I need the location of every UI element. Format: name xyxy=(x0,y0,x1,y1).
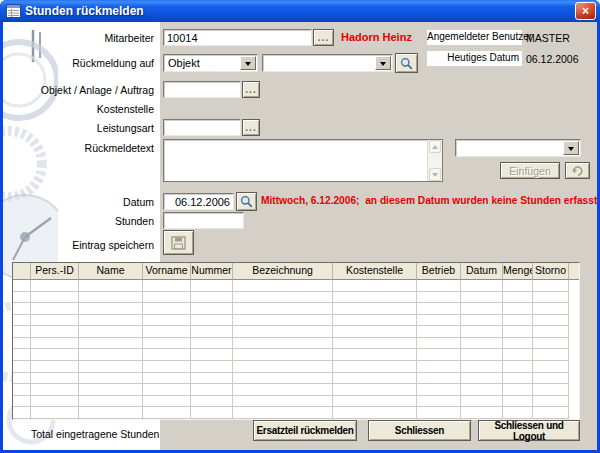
table-row[interactable] xyxy=(13,292,579,304)
table-row[interactable] xyxy=(13,407,579,419)
table-row[interactable] xyxy=(13,338,579,350)
table-cell[interactable] xyxy=(191,326,233,338)
table-cell[interactable] xyxy=(79,361,143,373)
table-cell[interactable] xyxy=(333,338,417,350)
table-cell[interactable] xyxy=(461,407,503,419)
table-cell[interactable] xyxy=(461,315,503,327)
table-cell[interactable] xyxy=(533,338,569,350)
table-cell[interactable] xyxy=(31,303,79,315)
table-cell[interactable] xyxy=(191,280,233,292)
table-cell[interactable] xyxy=(503,280,533,292)
table-cell[interactable] xyxy=(191,292,233,304)
table-cell[interactable] xyxy=(461,326,503,338)
table-cell[interactable] xyxy=(31,326,79,338)
leistungsart-input[interactable] xyxy=(163,119,241,136)
table-cell[interactable] xyxy=(143,338,191,350)
table-cell[interactable] xyxy=(233,384,333,396)
table-cell[interactable] xyxy=(461,373,503,385)
table-row[interactable] xyxy=(13,326,579,338)
datum-input[interactable] xyxy=(163,193,234,210)
save-entry-button[interactable] xyxy=(163,230,194,255)
rueckmeldetext-textarea[interactable] xyxy=(163,139,443,182)
column-header-menge[interactable]: Menge xyxy=(503,263,533,280)
chevron-down-icon[interactable] xyxy=(240,56,256,70)
table-cell[interactable] xyxy=(533,303,569,315)
table-cell[interactable] xyxy=(333,407,417,419)
table-cell[interactable] xyxy=(417,326,461,338)
table-cell[interactable] xyxy=(191,315,233,327)
table-cell[interactable] xyxy=(417,292,461,304)
table-cell[interactable] xyxy=(143,349,191,361)
table-cell[interactable] xyxy=(503,338,533,350)
table-cell[interactable] xyxy=(233,303,333,315)
table-cell[interactable] xyxy=(417,384,461,396)
table-cell[interactable] xyxy=(503,384,533,396)
table-cell[interactable] xyxy=(143,315,191,327)
row-selector-cell[interactable] xyxy=(13,280,31,292)
row-selector-cell[interactable] xyxy=(13,373,31,385)
datum-search-button[interactable] xyxy=(236,192,257,211)
table-cell[interactable] xyxy=(31,292,79,304)
column-header-vorname[interactable]: Vorname xyxy=(143,263,191,280)
table-cell[interactable] xyxy=(143,407,191,419)
table-cell[interactable] xyxy=(461,384,503,396)
table-cell[interactable] xyxy=(333,396,417,408)
table-row[interactable] xyxy=(13,280,579,292)
table-row[interactable] xyxy=(13,361,579,373)
chevron-down-icon[interactable] xyxy=(563,141,579,155)
table-cell[interactable] xyxy=(31,407,79,419)
table-row[interactable] xyxy=(13,303,579,315)
table-cell[interactable] xyxy=(79,315,143,327)
column-header-bezeichnung[interactable]: Bezeichnung xyxy=(233,263,333,280)
table-cell[interactable] xyxy=(461,280,503,292)
row-selector-cell[interactable] xyxy=(13,292,31,304)
scroll-down-button[interactable] xyxy=(429,168,441,181)
table-cell[interactable] xyxy=(533,384,569,396)
table-cell[interactable] xyxy=(143,326,191,338)
table-cell[interactable] xyxy=(533,280,569,292)
table-cell[interactable] xyxy=(333,326,417,338)
table-cell[interactable] xyxy=(79,280,143,292)
table-cell[interactable] xyxy=(79,326,143,338)
ersatzteil-rueckmelden-button[interactable]: Ersatzteil rückmelden xyxy=(253,420,357,441)
table-cell[interactable] xyxy=(417,396,461,408)
table-cell[interactable] xyxy=(461,303,503,315)
table-cell[interactable] xyxy=(503,373,533,385)
table-cell[interactable] xyxy=(333,292,417,304)
table-cell[interactable] xyxy=(461,292,503,304)
table-cell[interactable] xyxy=(79,384,143,396)
table-cell[interactable] xyxy=(503,315,533,327)
row-selector-cell[interactable] xyxy=(13,407,31,419)
table-cell[interactable] xyxy=(417,280,461,292)
table-cell[interactable] xyxy=(333,280,417,292)
table-cell[interactable] xyxy=(79,292,143,304)
table-row[interactable] xyxy=(13,396,579,408)
table-cell[interactable] xyxy=(233,326,333,338)
table-cell[interactable] xyxy=(233,292,333,304)
undo-button[interactable] xyxy=(565,162,590,179)
schliessen-button[interactable]: Schliessen xyxy=(368,420,471,441)
table-cell[interactable] xyxy=(233,315,333,327)
column-header-datum[interactable]: Datum xyxy=(461,263,503,280)
column-header-kostenstelle[interactable]: Kostenstelle xyxy=(333,263,417,280)
row-selector-cell[interactable] xyxy=(13,361,31,373)
table-cell[interactable] xyxy=(233,349,333,361)
table-cell[interactable] xyxy=(233,280,333,292)
table-cell[interactable] xyxy=(191,407,233,419)
table-cell[interactable] xyxy=(79,338,143,350)
mitarbeiter-input[interactable] xyxy=(163,29,312,46)
table-cell[interactable] xyxy=(461,338,503,350)
table-cell[interactable] xyxy=(79,396,143,408)
table-cell[interactable] xyxy=(503,349,533,361)
table-cell[interactable] xyxy=(233,373,333,385)
table-cell[interactable] xyxy=(503,407,533,419)
chevron-down-icon[interactable] xyxy=(375,56,391,70)
table-cell[interactable] xyxy=(191,303,233,315)
table-cell[interactable] xyxy=(333,373,417,385)
table-cell[interactable] xyxy=(79,407,143,419)
table-cell[interactable] xyxy=(503,303,533,315)
table-cell[interactable] xyxy=(417,407,461,419)
table-cell[interactable] xyxy=(333,361,417,373)
table-cell[interactable] xyxy=(191,349,233,361)
row-selector-cell[interactable] xyxy=(13,338,31,350)
